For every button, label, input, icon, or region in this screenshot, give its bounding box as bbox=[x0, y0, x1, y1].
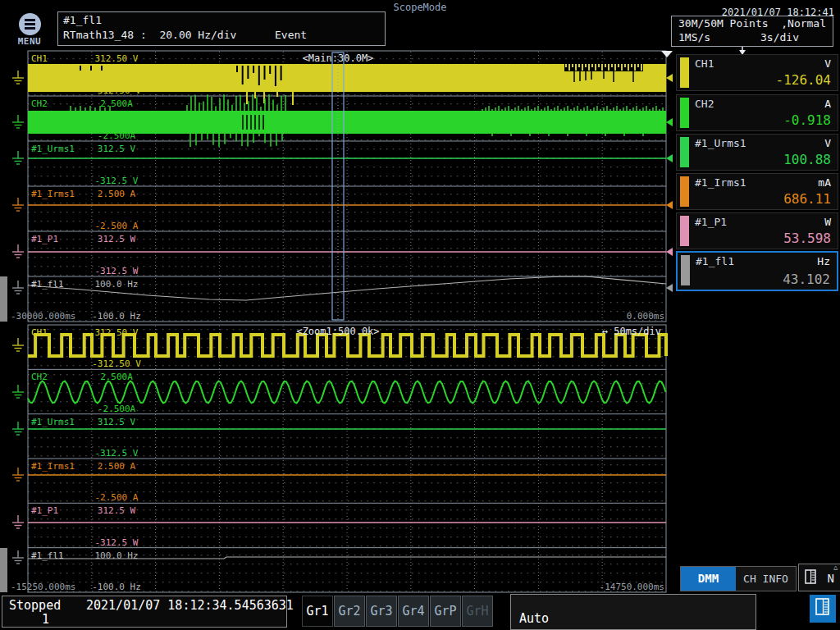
ground-level-icon bbox=[12, 198, 24, 211]
channel-color-bar bbox=[681, 255, 690, 285]
track-label: #1_Irms1 bbox=[31, 189, 75, 199]
track-label: CH2 bbox=[31, 98, 48, 109]
main-view-title: <Main:30.0M> bbox=[303, 52, 374, 64]
trace-position-marker[interactable] bbox=[666, 74, 673, 82]
channel-color-bar bbox=[680, 216, 689, 246]
acquisition-count: 1 bbox=[42, 612, 49, 627]
triangle-up-icon: △ bbox=[833, 564, 838, 571]
record-timestamp: 2021/01/07 18:12:34.54563631 bbox=[86, 598, 294, 613]
ground-level-icon bbox=[12, 71, 24, 84]
channel-value: 100.88 bbox=[783, 152, 831, 167]
measure-box-ch1[interactable]: CH1V-126.04 bbox=[676, 54, 838, 91]
track-scale-top: 2.500 A bbox=[98, 461, 136, 472]
track-label: #1_P1 bbox=[31, 505, 58, 516]
ground-level-icon bbox=[12, 385, 24, 398]
scope-mode-label: ScopeMode bbox=[0, 2, 840, 13]
trigger-mode-box[interactable]: Auto bbox=[510, 594, 756, 630]
track-scale-bottom: -2.500 A bbox=[95, 492, 139, 503]
track-scale-bottom: -100.0 Hz bbox=[92, 582, 141, 592]
selected-track-strip bbox=[0, 548, 7, 592]
ground-level-icon bbox=[12, 281, 24, 294]
display-page-n-button[interactable]: △ N bbox=[798, 564, 840, 591]
track-scale-top: 2.500 A bbox=[98, 189, 136, 199]
tab-gr2[interactable]: Gr2 bbox=[334, 596, 365, 627]
track-scale-bottom: -312.50 V bbox=[92, 85, 141, 96]
track-scale-bottom: -312.5 V bbox=[95, 448, 139, 459]
measure-box--1-irms1[interactable]: #1_Irms1mA686.11 bbox=[676, 173, 838, 210]
channel-value: -126.04 bbox=[776, 72, 831, 88]
n-label: N bbox=[828, 572, 834, 585]
channel-unit: V bbox=[824, 137, 831, 149]
tab-gr3[interactable]: Gr3 bbox=[366, 596, 397, 627]
trigger-mode-label: Auto bbox=[519, 611, 549, 626]
trace-position-marker[interactable] bbox=[666, 248, 673, 256]
channel-value: 43.102 bbox=[783, 272, 830, 287]
tab-gr1[interactable]: Gr1 bbox=[302, 596, 333, 627]
status-box: Stopped 1 2021/01/07 18:12:34.54563631 bbox=[2, 596, 287, 628]
acquisition-info-box[interactable]: 30M/50M Points ,Normal 1MS/s 3s/div bbox=[671, 16, 833, 47]
track-scale-top: 312.50 V bbox=[95, 327, 139, 338]
measure-box--1-p1[interactable]: #1_P1W53.598 bbox=[676, 212, 838, 249]
tab-gr4[interactable]: Gr4 bbox=[398, 596, 429, 627]
active-signal-box[interactable]: #1_fl1 RTmath13_48 : 20.00 Hz/div Event bbox=[57, 11, 386, 46]
track-label: #1_fl1 bbox=[31, 550, 64, 561]
page-icon bbox=[805, 569, 817, 588]
dmm-button[interactable]: DMM bbox=[681, 567, 736, 591]
menu-button[interactable]: MENU bbox=[11, 13, 48, 47]
trace-position-marker[interactable] bbox=[666, 154, 673, 162]
channel-color-bar bbox=[680, 137, 689, 167]
ground-level-icon bbox=[12, 422, 24, 435]
channel-color-bar bbox=[680, 176, 689, 207]
track-scale-bottom: -2.500 A bbox=[95, 221, 139, 231]
track-label: CH1 bbox=[31, 327, 48, 338]
channel-unit: Hz bbox=[817, 255, 830, 267]
track-scale-top: 2.500A bbox=[100, 372, 133, 382]
oscilloscope-screen: CH1312.50 V-312.50 VCH22.500A-2.500A#1_U… bbox=[0, 0, 840, 630]
ch-info-button[interactable]: CH INFO bbox=[736, 567, 796, 591]
track-label: CH2 bbox=[31, 372, 48, 382]
track-scale-bottom: -2.500A bbox=[98, 404, 136, 414]
channel-name: #1_Urms1 bbox=[695, 137, 746, 149]
channel-value: 53.598 bbox=[783, 231, 831, 246]
track-label: #1_P1 bbox=[31, 234, 58, 244]
event-label: Event bbox=[275, 29, 307, 41]
measure-box--1-urms1[interactable]: #1_Urms1V100.88 bbox=[676, 134, 838, 171]
trace-position-marker[interactable] bbox=[666, 118, 673, 126]
channel-unit: W bbox=[824, 216, 831, 228]
record-length-label: 30M/50M Points ,Normal bbox=[678, 17, 826, 30]
track-scale-top: 2.500A bbox=[100, 98, 133, 109]
trace-position-marker[interactable] bbox=[666, 201, 673, 209]
active-signal-name: #1_fl1 bbox=[63, 14, 102, 26]
main-time-left: -30000.000ms bbox=[11, 311, 75, 322]
track-label: #1_Urms1 bbox=[31, 144, 75, 154]
channel-value: -0.918 bbox=[783, 112, 831, 128]
group-tabs: Gr1Gr2Gr3Gr4GrPGrH bbox=[302, 596, 493, 627]
sample-rate-label: 1MS/s bbox=[678, 31, 710, 43]
ground-level-icon bbox=[12, 151, 24, 164]
menu-icon bbox=[19, 13, 41, 35]
measure-box--1-fl1[interactable]: #1_fl1Hz43.102 bbox=[676, 251, 838, 291]
channel-color-bar bbox=[680, 57, 689, 88]
channel-name: CH1 bbox=[695, 57, 714, 70]
panel-toggle-button[interactable] bbox=[810, 595, 836, 623]
ground-level-icon bbox=[12, 550, 24, 564]
channel-value: 686.11 bbox=[783, 191, 831, 207]
trace-position-marker[interactable] bbox=[666, 284, 673, 292]
track-scale-top: 312.5 W bbox=[98, 505, 136, 516]
zoom-time-right: -14750.000ms bbox=[600, 582, 664, 592]
tab-grp[interactable]: GrP bbox=[430, 596, 461, 627]
track-scale-bottom: -312.5 W bbox=[95, 537, 139, 548]
channel-name: #1_fl1 bbox=[696, 255, 734, 267]
ground-level-icon bbox=[12, 468, 24, 481]
timebase-label: 3s/div bbox=[760, 31, 799, 43]
track-scale-bottom: -312.5 V bbox=[95, 176, 139, 186]
track-scale-top: 312.5 W bbox=[98, 234, 136, 244]
ground-level-icon bbox=[12, 244, 24, 258]
track-label: #1_Irms1 bbox=[31, 461, 75, 472]
track-scale-bottom: -312.5 W bbox=[95, 266, 139, 276]
measure-box-ch2[interactable]: CH2A-0.918 bbox=[676, 94, 838, 131]
zoom-time-left: -15250.000ms bbox=[11, 582, 75, 592]
zoom-timebase-label: ↔ 50ms/div bbox=[602, 326, 661, 337]
channel-unit: A bbox=[824, 98, 831, 110]
active-signal-scale: RTmath13_48 : 20.00 Hz/div bbox=[63, 29, 236, 41]
